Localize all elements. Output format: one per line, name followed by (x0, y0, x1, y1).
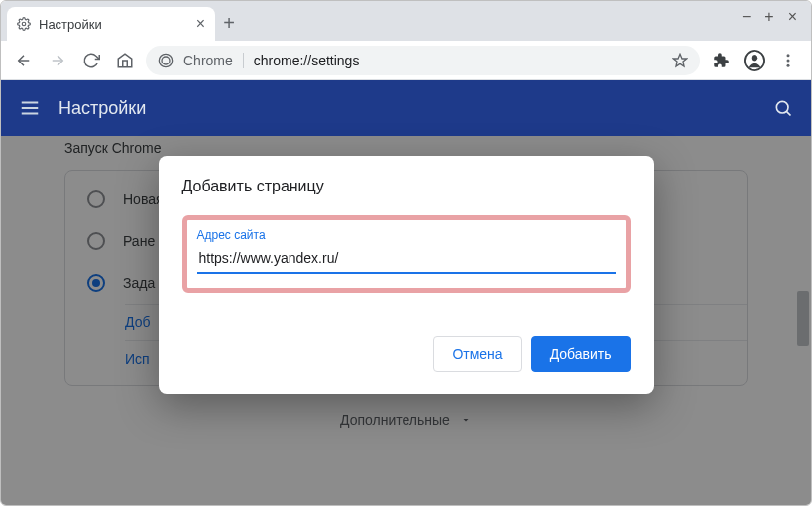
omnibox[interactable]: Chrome chrome://settings (146, 46, 700, 75)
gear-icon (17, 17, 31, 31)
omnibox-separator (243, 53, 244, 68)
nav-back-button[interactable] (11, 48, 37, 73)
add-page-dialog: Добавить страницу Адрес сайта Отмена Доб… (159, 156, 654, 394)
svg-point-6 (787, 59, 790, 62)
menu-icon[interactable] (19, 97, 41, 119)
dialog-title: Добавить страницу (182, 178, 631, 195)
field-label: Адрес сайта (197, 228, 616, 242)
modal-overlay: Добавить страницу Адрес сайта Отмена Доб… (1, 136, 811, 505)
profile-icon[interactable] (742, 48, 767, 73)
kebab-menu-icon[interactable] (775, 48, 801, 73)
extensions-icon[interactable] (708, 48, 734, 73)
site-url-input[interactable] (197, 244, 616, 274)
highlight-frame: Адрес сайта (182, 215, 631, 293)
window-close-icon[interactable]: × (788, 9, 797, 25)
svg-point-8 (776, 101, 788, 113)
nav-forward-button[interactable] (45, 48, 70, 73)
svg-point-0 (22, 22, 26, 26)
window-maximize-icon[interactable]: + (764, 9, 773, 25)
nav-home-button[interactable] (112, 48, 138, 73)
window-minimize-icon[interactable]: − (742, 9, 751, 25)
dialog-actions: Отмена Добавить (182, 336, 631, 372)
browser-tab[interactable]: Настройки × (7, 7, 215, 41)
svg-point-7 (787, 63, 790, 66)
close-tab-icon[interactable]: × (196, 16, 205, 32)
nav-reload-button[interactable] (78, 48, 104, 73)
add-button[interactable]: Добавить (531, 336, 631, 372)
browser-toolbar: Chrome chrome://settings (1, 41, 811, 80)
new-tab-button[interactable]: + (215, 9, 243, 37)
settings-title: Настройки (58, 98, 146, 119)
window-titlebar: Настройки × + − + × (1, 1, 811, 41)
svg-point-1 (162, 57, 170, 64)
bookmark-star-icon[interactable] (672, 53, 688, 68)
settings-header: Настройки (1, 80, 811, 136)
cancel-button[interactable]: Отмена (433, 336, 521, 372)
window-controls: − + × (742, 1, 811, 25)
omnibox-path: chrome://settings (254, 53, 360, 68)
svg-point-4 (752, 55, 757, 61)
omnibox-scheme: Chrome (183, 53, 233, 68)
search-icon[interactable] (773, 98, 793, 118)
site-info-icon[interactable] (158, 53, 174, 68)
svg-point-5 (787, 54, 790, 57)
tab-title: Настройки (39, 17, 102, 32)
